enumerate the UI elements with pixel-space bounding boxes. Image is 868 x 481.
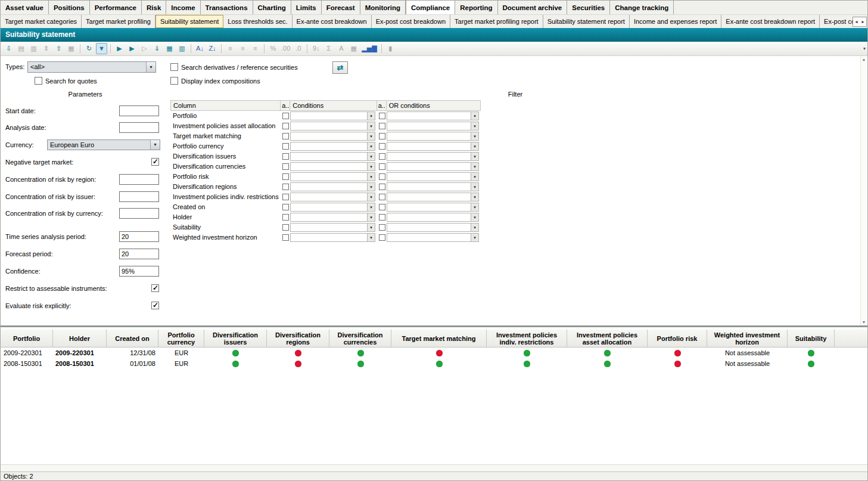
sub-tab-suitability-statement-report[interactable]: Suitability statement report	[543, 15, 630, 28]
risk-issuer-input[interactable]	[119, 191, 159, 202]
condition-dropdown[interactable]: ▾	[290, 152, 375, 161]
restrict-assessable-checkbox[interactable]	[151, 284, 159, 292]
condition-dropdown[interactable]: ▾	[290, 122, 375, 131]
filter-and-checkbox[interactable]	[282, 163, 289, 170]
sub-tab-target-market-profiling-report[interactable]: Target market profiling report	[450, 15, 543, 28]
download-data-icon[interactable]: ⇓	[151, 43, 163, 54]
main-tab-transactions[interactable]: Transactions	[201, 1, 253, 14]
condition-dropdown[interactable]: ▾	[290, 111, 375, 120]
filter-or-checkbox[interactable]	[379, 184, 385, 190]
sub-tab-target-market-categories[interactable]: Target market categories	[1, 15, 82, 28]
results-header-portfolio-risk[interactable]: Portfolio risk	[648, 330, 707, 347]
refresh-icon[interactable]: ↻	[83, 43, 95, 54]
or-condition-dropdown[interactable]: ▾	[387, 122, 479, 131]
results-header-created-on[interactable]: Created on	[107, 330, 158, 347]
filter-and-checkbox[interactable]	[282, 113, 289, 119]
filter-or-checkbox[interactable]	[379, 173, 385, 180]
filter-or-checkbox[interactable]	[379, 123, 385, 129]
run-selection-icon[interactable]: ▶	[126, 43, 138, 54]
sub-tab-ex-post-cost-bre[interactable]: Ex-post cost bre	[820, 15, 853, 28]
export-icon[interactable]: ⇧	[53, 43, 64, 54]
run-icon[interactable]: ▶	[114, 43, 125, 54]
or-condition-dropdown[interactable]: ▾	[387, 132, 479, 141]
sub-tab-loss-thresholds-sec[interactable]: Loss thresholds sec.	[223, 15, 292, 28]
negative-target-market-checkbox[interactable]	[151, 158, 159, 166]
confidence-input[interactable]	[119, 266, 159, 277]
results-header-diversification-regions[interactable]: Diversification regions	[267, 330, 329, 347]
tab-scroll-right-icon[interactable]: ▸	[860, 17, 866, 26]
search-for-quotes-option[interactable]: Search for quotes	[35, 76, 97, 85]
toolbar-overflow-icon[interactable]: ▾	[863, 42, 866, 56]
results-header-portfolio-currency[interactable]: Portfolio currency	[158, 330, 204, 347]
main-tab-compliance[interactable]: Compliance	[406, 1, 455, 14]
analysis-date-input[interactable]	[119, 122, 159, 133]
condition-dropdown[interactable]: ▾	[290, 193, 375, 201]
display-index-compositions-option[interactable]: Display index compositions	[170, 76, 260, 85]
condition-dropdown[interactable]: ▾	[290, 132, 375, 141]
main-tab-securities[interactable]: Securities	[567, 1, 610, 14]
evaluate-risk-checkbox[interactable]	[151, 302, 159, 309]
condition-dropdown[interactable]: ▾	[290, 162, 375, 171]
main-tab-forecast[interactable]: Forecast	[322, 1, 360, 14]
or-condition-dropdown[interactable]: ▾	[387, 172, 479, 181]
sub-tab-target-market-profiling[interactable]: Target market profiling	[82, 15, 155, 28]
currency-dropdown[interactable]: European Euro ▾	[47, 139, 160, 150]
filter-or-checkbox[interactable]	[379, 194, 385, 200]
results-header-diversification-currencies[interactable]: Diversification currencies	[329, 330, 391, 347]
filter-or-checkbox[interactable]	[379, 234, 385, 241]
table-row[interactable]: 2009-2203012009-22030112/31/08EURNot ass…	[1, 347, 867, 358]
search-derivatives-option[interactable]: Search derivatives / reference securitie…	[170, 63, 298, 72]
or-condition-dropdown[interactable]: ▾	[387, 193, 479, 201]
or-condition-dropdown[interactable]: ▾	[387, 203, 479, 212]
main-tab-risk[interactable]: Risk	[142, 1, 166, 14]
condition-dropdown[interactable]: ▾	[290, 203, 375, 212]
results-header-investment-policies-asset-allocation[interactable]: Investment policies asset allocation	[567, 330, 648, 347]
scroll-down-icon[interactable]: ▼	[862, 319, 866, 325]
scroll-up-icon[interactable]: ▲	[862, 57, 866, 62]
main-tab-positions[interactable]: Positions	[49, 1, 90, 14]
types-dropdown[interactable]: <all> ▾	[27, 61, 156, 73]
filter-or-checkbox[interactable]	[379, 204, 385, 210]
filter-and-checkbox[interactable]	[282, 153, 289, 160]
risk-region-input[interactable]	[119, 174, 159, 185]
filter-and-checkbox[interactable]	[282, 224, 289, 231]
filter-or-checkbox[interactable]	[379, 153, 385, 160]
results-header-suitability[interactable]: Suitability	[788, 330, 835, 347]
horizontal-splitter[interactable]	[1, 325, 867, 327]
main-tab-charting[interactable]: Charting	[253, 1, 291, 14]
filter-and-checkbox[interactable]	[282, 173, 289, 180]
column-chooser-icon[interactable]: ▥	[176, 43, 188, 54]
sub-tab-income-and-expenses-report[interactable]: Income and expenses report	[630, 15, 721, 28]
results-header-target-market-matching[interactable]: Target market matching	[391, 330, 487, 347]
results-header-diversification-issuers[interactable]: Diversification issuers	[204, 330, 267, 347]
sub-tab-ex-post-cost-breakdown[interactable]: Ex-post cost breakdown	[372, 15, 450, 28]
results-header-holder[interactable]: Holder	[53, 330, 107, 347]
display-index-compositions-checkbox[interactable]	[170, 77, 178, 85]
import-icon[interactable]: ⇩	[3, 43, 14, 54]
time-series-period-input[interactable]	[119, 231, 159, 242]
chart-icon[interactable]: ▂▅▇	[360, 43, 378, 54]
sort-ascending-icon[interactable]: A↓	[194, 43, 206, 54]
main-tab-limits[interactable]: Limits	[291, 1, 322, 14]
or-condition-dropdown[interactable]: ▾	[387, 162, 479, 171]
results-header-portfolio[interactable]: Portfolio	[1, 330, 53, 347]
or-condition-dropdown[interactable]: ▾	[387, 142, 479, 151]
or-condition-dropdown[interactable]: ▾	[387, 152, 479, 161]
main-tab-change-tracking[interactable]: Change tracking	[610, 1, 674, 14]
main-tab-asset-value[interactable]: Asset value	[1, 1, 49, 14]
table-row[interactable]: 2008-1503012008-15030101/01/08EURNot ass…	[1, 358, 867, 369]
main-tab-performance[interactable]: Performance	[90, 1, 142, 14]
search-for-quotes-checkbox[interactable]	[35, 77, 42, 85]
main-tab-document-archive[interactable]: Document archive	[498, 1, 568, 14]
refresh-search-button[interactable]: ⇄	[332, 61, 348, 74]
vertical-scrollbar[interactable]: ▲ ▼	[860, 56, 867, 325]
or-condition-dropdown[interactable]: ▾	[387, 213, 479, 222]
filter-icon[interactable]: ▼	[96, 43, 107, 54]
filter-and-checkbox[interactable]	[282, 194, 289, 200]
filter-or-checkbox[interactable]	[379, 133, 385, 139]
tab-scroll-left-icon[interactable]: ◂	[853, 17, 860, 26]
filter-or-checkbox[interactable]	[379, 143, 385, 150]
condition-dropdown[interactable]: ▾	[290, 223, 375, 232]
or-condition-dropdown[interactable]: ▾	[387, 111, 479, 120]
main-tab-monitoring[interactable]: Monitoring	[360, 1, 406, 14]
